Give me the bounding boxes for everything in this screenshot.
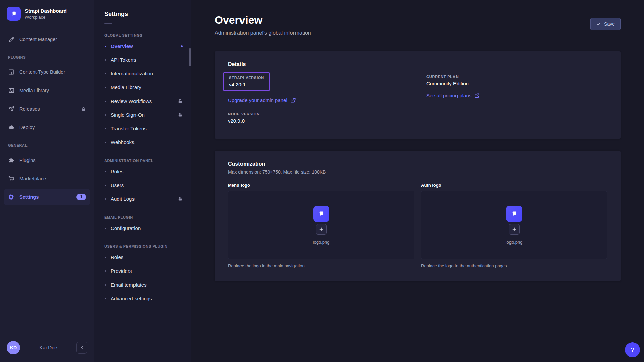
puzzle-icon bbox=[8, 157, 15, 164]
subnav-item-label: API Tokens bbox=[111, 57, 136, 63]
upgrade-admin-panel-link[interactable]: Upgrade your admin panel bbox=[228, 97, 296, 103]
brand-subtitle: Workplace bbox=[25, 15, 67, 20]
add-menu-logo-button[interactable] bbox=[316, 224, 327, 235]
subnav-item-label: Review Workflows bbox=[111, 98, 152, 104]
auth-logo-label: Auth logo bbox=[421, 183, 607, 188]
current-plan-field: CURRENT PLAN Community Edition bbox=[426, 75, 607, 86]
avatar[interactable]: KD bbox=[7, 341, 20, 354]
subnav-item-advanced-settings[interactable]: Advanced settings bbox=[94, 292, 191, 305]
subnav-item-webhooks[interactable]: Webhooks bbox=[94, 135, 191, 149]
bullet-icon bbox=[105, 46, 106, 47]
brand-header[interactable]: Strapi Dashboard Workplace bbox=[0, 0, 94, 27]
sidebar-item-label: Marketplace bbox=[19, 176, 46, 181]
subnav-item-label: Roles bbox=[111, 254, 123, 260]
main-content: Overview Administration panel's global i… bbox=[191, 0, 644, 362]
customization-heading: Customization bbox=[228, 161, 607, 167]
subnav-list-email: Configuration bbox=[94, 221, 191, 235]
lock-icon bbox=[81, 107, 86, 112]
auth-logo-filename: logo.png bbox=[506, 240, 523, 245]
subnav-item-api-tokens[interactable]: API Tokens bbox=[94, 53, 191, 67]
menu-logo-upload-area[interactable]: logo.png bbox=[228, 191, 414, 259]
chevron-left-icon bbox=[79, 345, 84, 350]
save-button-label: Save bbox=[604, 21, 615, 27]
pricing-link-label: See all pricing plans bbox=[426, 93, 471, 98]
subnav-item-label: Audit Logs bbox=[111, 196, 135, 202]
page-title: Overview bbox=[215, 14, 311, 26]
collapse-sidebar-button[interactable] bbox=[76, 342, 87, 354]
current-plan-label: CURRENT PLAN bbox=[426, 75, 607, 79]
subnav-section-administration-panel: ADMINISTRATION PANEL bbox=[94, 159, 191, 163]
sidebar-footer: KD Kai Doe bbox=[0, 333, 94, 362]
external-link-icon bbox=[290, 98, 296, 103]
details-heading: Details bbox=[228, 61, 607, 67]
current-plan-value: Community Edition bbox=[426, 81, 607, 86]
subnav-item-label: Media Library bbox=[111, 84, 141, 90]
sidebar-section-plugins: PLUGINS bbox=[4, 55, 90, 59]
subnav-item-review-workflows[interactable]: Review Workflows bbox=[94, 94, 191, 108]
sidebar-item-label: Media Library bbox=[19, 88, 49, 93]
main-sidebar: Strapi Dashboard Workplace Content Manag… bbox=[0, 0, 94, 362]
subnav-title-rule bbox=[104, 23, 112, 24]
subnav-item-media-library[interactable]: Media Library bbox=[94, 80, 191, 94]
sidebar-item-media-library[interactable]: Media Library bbox=[4, 82, 90, 99]
strapi-version-label: STRAPI VERSION bbox=[229, 76, 264, 80]
subnav-item-label: Webhooks bbox=[111, 139, 135, 145]
subnav-scrollbar[interactable] bbox=[189, 48, 191, 66]
pricing-plans-link[interactable]: See all pricing plans bbox=[426, 93, 480, 98]
subnav-item-overview[interactable]: Overview bbox=[94, 39, 191, 53]
settings-subnav: Settings GLOBAL SETTINGS Overview API To… bbox=[94, 0, 191, 362]
sidebar-item-content-type-builder[interactable]: Content-Type Builder bbox=[4, 64, 90, 80]
sidebar-item-releases[interactable]: Releases bbox=[4, 101, 90, 117]
bullet-icon bbox=[105, 270, 106, 272]
subnav-item-internationalization[interactable]: Internationalization bbox=[94, 67, 191, 80]
subnav-item-email-templates[interactable]: Email templates bbox=[94, 278, 191, 292]
bullet-icon bbox=[105, 284, 106, 286]
subnav-item-transfer-tokens[interactable]: Transfer Tokens bbox=[94, 122, 191, 135]
sidebar-item-label: Content-Type Builder bbox=[19, 69, 65, 75]
subnav-item-single-sign-on[interactable]: Single Sign-On bbox=[94, 108, 191, 122]
sidebar-item-label: Plugins bbox=[19, 158, 36, 163]
brand-text: Strapi Dashboard Workplace bbox=[25, 8, 67, 20]
layout-grid-icon bbox=[8, 69, 15, 75]
sidebar-item-settings[interactable]: Settings 1 bbox=[4, 189, 90, 205]
add-auth-logo-button[interactable] bbox=[509, 224, 520, 235]
logo-grid: Menu logo logo.png Replace the logo in t… bbox=[228, 183, 607, 268]
subnav-item-label: Single Sign-On bbox=[111, 112, 145, 118]
paper-plane-icon bbox=[8, 106, 15, 112]
subnav-item-audit-logs[interactable]: Audit Logs bbox=[94, 192, 191, 206]
bullet-icon bbox=[105, 171, 106, 172]
sidebar-item-content-manager[interactable]: Content Manager bbox=[4, 31, 90, 47]
bullet-icon bbox=[105, 228, 106, 229]
cloud-icon bbox=[8, 124, 15, 131]
sidebar-item-label: Content Manager bbox=[19, 37, 57, 42]
sidebar-item-deploy[interactable]: Deploy bbox=[4, 119, 90, 135]
details-card: Details STRAPI VERSION v4.20.1 Upgrade y… bbox=[215, 51, 621, 139]
bullet-icon bbox=[105, 198, 106, 200]
subnav-item-configuration[interactable]: Configuration bbox=[94, 221, 191, 235]
save-button[interactable]: Save bbox=[590, 18, 621, 30]
subnav-item-label: Email templates bbox=[111, 282, 147, 288]
lock-icon bbox=[178, 196, 183, 201]
bullet-icon bbox=[105, 59, 106, 61]
menu-logo-caption: Replace the logo in the main navigation bbox=[228, 263, 414, 268]
menu-logo-preview bbox=[313, 206, 329, 222]
auth-logo-upload-area[interactable]: logo.png bbox=[421, 191, 607, 259]
subnav-item-roles[interactable]: Roles bbox=[94, 165, 191, 178]
subnav-title: Settings bbox=[94, 0, 191, 18]
bullet-icon bbox=[105, 73, 106, 74]
details-right-column: CURRENT PLAN Community Edition See all p… bbox=[426, 75, 607, 124]
subnav-item-providers[interactable]: Providers bbox=[94, 264, 191, 278]
node-version-value: v20.9.0 bbox=[228, 118, 409, 124]
subnav-item-up-roles[interactable]: Roles bbox=[94, 250, 191, 264]
help-button[interactable]: ? bbox=[625, 342, 640, 357]
subnav-item-users[interactable]: Users bbox=[94, 178, 191, 192]
notification-dot-icon bbox=[181, 45, 183, 47]
shopping-cart-icon bbox=[8, 175, 15, 182]
question-mark-icon: ? bbox=[631, 347, 634, 353]
bullet-icon bbox=[105, 142, 106, 143]
subnav-list-global: Overview API Tokens Internationalization… bbox=[94, 39, 191, 149]
subnav-section-global-settings: GLOBAL SETTINGS bbox=[94, 33, 191, 37]
sidebar-item-plugins[interactable]: Plugins bbox=[4, 152, 90, 168]
external-link-icon bbox=[474, 93, 480, 98]
sidebar-item-marketplace[interactable]: Marketplace bbox=[4, 171, 90, 187]
